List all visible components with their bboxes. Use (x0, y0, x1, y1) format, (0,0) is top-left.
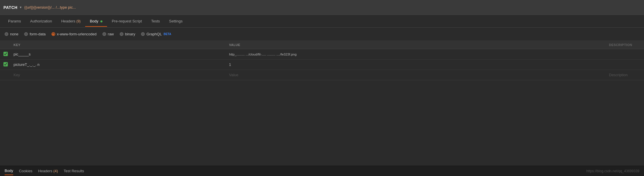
value-text-2: 1 (229, 63, 231, 67)
desc-cell-2[interactable] (605, 60, 644, 70)
body-type-bar: none form-data x-www-form-urlencoded raw… (0, 28, 644, 41)
checkbox-cell-1 (0, 49, 10, 60)
value-cell-1[interactable]: http_......... .../cloud/fil-..... .....… (226, 49, 605, 60)
params-table: KEY VALUE DESCRIPTION pic_____s http_...… (0, 41, 644, 166)
radio-graphql (141, 32, 145, 36)
tab-pre-request-script[interactable]: Pre-request Script (107, 16, 146, 27)
checkbox-cell-2 (0, 60, 10, 70)
body-type-urlencoded[interactable]: x-www-form-urlencoded (52, 32, 97, 36)
placeholder-value-text: Value (229, 73, 238, 77)
radio-form-data (24, 32, 28, 36)
method-label: PATCH (3, 5, 18, 10)
tab-authorization[interactable]: Authorization (26, 16, 57, 27)
table-row: pic_____s http_......... .../cloud/fil-.… (0, 49, 644, 60)
radio-raw (102, 32, 106, 36)
row-checkbox-2[interactable] (3, 62, 8, 66)
placeholder-checkbox-cell (0, 70, 10, 80)
tab-headers[interactable]: Headers (9) (57, 16, 85, 27)
bottom-headers-badge: (4) (53, 169, 58, 173)
table-row: pictureT_._._. n 1 (0, 60, 644, 70)
value-cell-2[interactable]: 1 (226, 60, 605, 70)
placeholder-value-cell[interactable]: Value (226, 70, 605, 80)
radio-none (5, 32, 8, 36)
tab-tests[interactable]: Tests (146, 16, 164, 27)
body-active-dot (100, 20, 102, 22)
radio-urlencoded (52, 32, 55, 36)
key-cell-2[interactable]: pictureT_._._. n (10, 60, 226, 70)
th-key: KEY (10, 41, 226, 49)
placeholder-key-text: Key (14, 73, 20, 77)
bottom-tabs: Body Cookies Headers (4) Test Results (5, 167, 84, 175)
table-header-row: KEY VALUE DESCRIPTION (0, 41, 644, 49)
url-bar: PATCH ▼ (0, 0, 644, 15)
key-cell-1[interactable]: pic_____s (10, 49, 226, 60)
table-row-placeholder: Key Value Description (0, 70, 644, 80)
placeholder-desc-text: Description (609, 73, 628, 77)
request-tabs: Params Authorization Headers (9) Body Pr… (0, 15, 644, 28)
key-value-1: pic_____s (14, 52, 31, 56)
bottom-tab-headers[interactable]: Headers (4) (38, 167, 58, 175)
th-value: VALUE (226, 41, 605, 49)
method-select[interactable]: PATCH ▼ (3, 5, 22, 10)
bottom-tab-test-results[interactable]: Test Results (64, 167, 84, 175)
desc-cell-1[interactable] (605, 49, 644, 60)
headers-badge: (9) (76, 19, 81, 23)
bottom-tab-cookies[interactable]: Cookies (19, 167, 33, 175)
radio-binary (120, 32, 123, 36)
body-type-none[interactable]: none (5, 32, 18, 36)
graphql-beta-badge: BETA (163, 32, 171, 36)
tab-settings[interactable]: Settings (165, 16, 187, 27)
bottom-url: https://blog.csdn.net/qq_43699339 (586, 169, 639, 173)
tab-body[interactable]: Body (85, 16, 107, 27)
method-dropdown-icon: ▼ (19, 6, 22, 9)
bottom-tab-body[interactable]: Body (5, 167, 13, 175)
bottom-bar: Body Cookies Headers (4) Test Results ht… (0, 166, 644, 176)
th-checkbox (0, 41, 10, 49)
body-type-binary[interactable]: binary (120, 32, 135, 36)
row-checkbox-1[interactable] (3, 52, 8, 56)
body-type-graphql[interactable]: GraphQL BETA (141, 32, 171, 36)
placeholder-key-cell[interactable]: Key (10, 70, 226, 80)
tab-params[interactable]: Params (3, 16, 26, 27)
body-type-raw[interactable]: raw (102, 32, 114, 36)
url-input[interactable] (24, 5, 641, 9)
placeholder-desc-cell[interactable]: Description (605, 70, 644, 80)
value-text-1: http_......... .../cloud/fil-..... .....… (229, 53, 297, 56)
body-type-form-data[interactable]: form-data (24, 32, 46, 36)
th-description: DESCRIPTION (605, 41, 644, 49)
key-value-2: pictureT_._._. n (14, 62, 39, 67)
